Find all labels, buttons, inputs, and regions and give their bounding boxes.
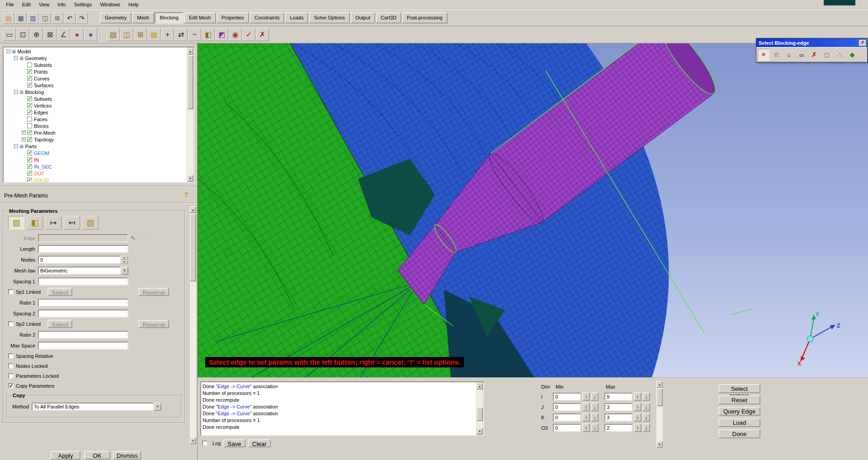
index-min-down-icon[interactable]: ↓: [591, 423, 599, 432]
tree-checkbox[interactable]: [27, 164, 32, 169]
tree-label[interactable]: Model: [17, 49, 31, 54]
print-icon[interactable]: ◫: [39, 12, 51, 24]
tree-label[interactable]: IN_SEC: [34, 164, 52, 169]
tree-label[interactable]: SOLID: [34, 178, 49, 183]
clear-log-button[interactable]: Clear: [248, 439, 271, 447]
tree-label[interactable]: OUT: [34, 171, 44, 176]
query-edge-button[interactable]: Query Edge: [718, 407, 760, 416]
save-log-button[interactable]: Save: [223, 439, 245, 447]
tree-checkbox[interactable]: [27, 137, 32, 142]
tree-checkbox[interactable]: [27, 123, 32, 128]
tree-item-vertices[interactable]: Vertices: [4, 102, 186, 109]
ogrid-block-icon[interactable]: ⊞: [134, 28, 147, 41]
open-file-icon[interactable]: ▤: [3, 12, 14, 24]
tree-checkbox[interactable]: [27, 69, 32, 74]
tree-label[interactable]: Pre-Mesh: [34, 130, 56, 136]
tree-checkbox[interactable]: [27, 83, 32, 88]
spacing2-field[interactable]: [38, 310, 128, 318]
length-field[interactable]: [38, 245, 128, 253]
sp2-reverse-button[interactable]: Reverse: [138, 320, 169, 328]
zoom-window-icon[interactable]: ⊡: [16, 28, 29, 41]
tree-label[interactable]: Blocks: [34, 123, 48, 129]
box-select-icon[interactable]: ▭: [3, 28, 16, 41]
tree-label[interactable]: Points: [34, 69, 48, 75]
tree-label[interactable]: Vertices: [34, 103, 52, 108]
convert-block-icon[interactable]: ◧: [202, 28, 215, 41]
index-min-field[interactable]: 0: [553, 424, 581, 432]
palette-title-bar[interactable]: Select Blocking-edge ✗: [756, 38, 867, 47]
tree-label[interactable]: Curves: [34, 76, 50, 81]
sp2-linked-checkbox[interactable]: [8, 321, 14, 327]
tree-checkbox[interactable]: [27, 62, 32, 67]
scroll-up-icon[interactable]: [187, 48, 193, 55]
tree-label[interactable]: Blocking: [25, 89, 44, 95]
tree-item-out[interactable]: OUT: [4, 170, 186, 177]
tree-item-surfaces[interactable]: Surfaces: [4, 82, 186, 89]
tab-mesh[interactable]: Mesh: [132, 12, 154, 23]
scroll-down-icon[interactable]: [187, 175, 193, 182]
sp2-select-button[interactable]: Select: [47, 320, 72, 328]
circle-select-icon[interactable]: ○: [783, 49, 795, 61]
scroll-down-icon[interactable]: [476, 428, 483, 435]
index-min-down-icon[interactable]: ↓: [591, 413, 599, 422]
tree-label[interactable]: Geometry: [25, 56, 47, 61]
method-dropdown-arrow-icon[interactable]: [154, 403, 161, 411]
save-as-icon[interactable]: ▥: [27, 12, 39, 24]
tree-checkbox[interactable]: [27, 76, 32, 81]
tab-constraints[interactable]: Constraints: [250, 12, 285, 23]
tree-item-curves[interactable]: Curves: [4, 75, 186, 82]
index-min-field[interactable]: 0: [553, 413, 581, 422]
sp1-select-button[interactable]: Select: [47, 288, 72, 296]
tree-label[interactable]: Subsets: [34, 62, 52, 68]
tree-checkbox[interactable]: [27, 130, 32, 135]
create-block-icon[interactable]: ▧: [107, 28, 120, 41]
link-spacing-end-icon[interactable]: ↤: [64, 216, 80, 230]
tree-item-in-sec[interactable]: IN_SEC: [4, 163, 186, 170]
toggle-select-mode-icon[interactable]: ✶: [758, 49, 769, 61]
index-min-up-icon[interactable]: ↑: [582, 392, 590, 401]
tree-item-blocking[interactable]: −▦Blocking: [4, 89, 186, 95]
menu-file[interactable]: File: [2, 0, 18, 9]
index-max-field[interactable]: 3: [604, 403, 632, 411]
log-scrollbar[interactable]: [476, 382, 483, 435]
index-min-up-icon[interactable]: ↑: [582, 423, 590, 432]
edge-more-button[interactable]: . . .: [138, 235, 147, 241]
scrollbar-thumb[interactable]: [187, 55, 193, 109]
tab-post-processing[interactable]: Post-processing: [402, 12, 448, 23]
zoom-in-icon[interactable]: ⊕: [30, 28, 43, 41]
dim-scrollbar[interactable]: [656, 380, 663, 448]
menu-info[interactable]: Info: [53, 0, 70, 9]
collapse-icon[interactable]: −: [6, 49, 10, 53]
window-layout-icon[interactable]: ⊞: [52, 12, 63, 24]
tree-item-in[interactable]: IN: [4, 156, 186, 163]
tree-item-model[interactable]: −▦Model: [4, 48, 186, 55]
scrollbar-thumb[interactable]: [656, 388, 663, 406]
viewport-3d-canvas[interactable]: [198, 43, 868, 377]
render-wire-icon[interactable]: ●: [84, 28, 97, 41]
tab-edit-mesh[interactable]: Edit Mesh: [184, 12, 216, 23]
mesh-law-dropdown[interactable]: BiGeometric: [38, 267, 121, 275]
expand-icon[interactable]: +: [22, 137, 26, 141]
scrollbar-thumb[interactable]: [476, 408, 483, 421]
index-min-down-icon[interactable]: ↓: [591, 403, 599, 411]
sp1-reverse-button[interactable]: Reverse: [138, 288, 169, 296]
dismiss-button[interactable]: Dismiss: [113, 451, 141, 460]
expand-icon[interactable]: +: [22, 131, 26, 135]
index-max-field[interactable]: 9: [604, 393, 632, 401]
menu-edit[interactable]: Edit: [18, 0, 35, 9]
tree-checkbox[interactable]: [27, 96, 32, 101]
index-min-field[interactable]: 0: [553, 393, 581, 401]
help-icon[interactable]: ?: [182, 190, 191, 199]
index-max-down-icon[interactable]: ↓: [642, 403, 650, 411]
tree-checkbox[interactable]: [27, 110, 32, 115]
tree-checkbox[interactable]: [27, 178, 32, 183]
cancel-selection-icon[interactable]: ✗: [808, 49, 820, 61]
index-min-up-icon[interactable]: ↑: [582, 403, 590, 411]
tab-loads[interactable]: Loads: [285, 12, 308, 23]
tree-item-parts[interactable]: −▦Parts: [4, 143, 186, 150]
apply-button[interactable]: Apply: [51, 451, 80, 460]
tree-label[interactable]: Edges: [34, 110, 48, 115]
tree-checkbox[interactable]: [27, 150, 32, 155]
tree-label[interactable]: GEOM: [34, 150, 49, 156]
tree-item-pre-mesh[interactable]: +Pre-Mesh: [4, 129, 186, 136]
